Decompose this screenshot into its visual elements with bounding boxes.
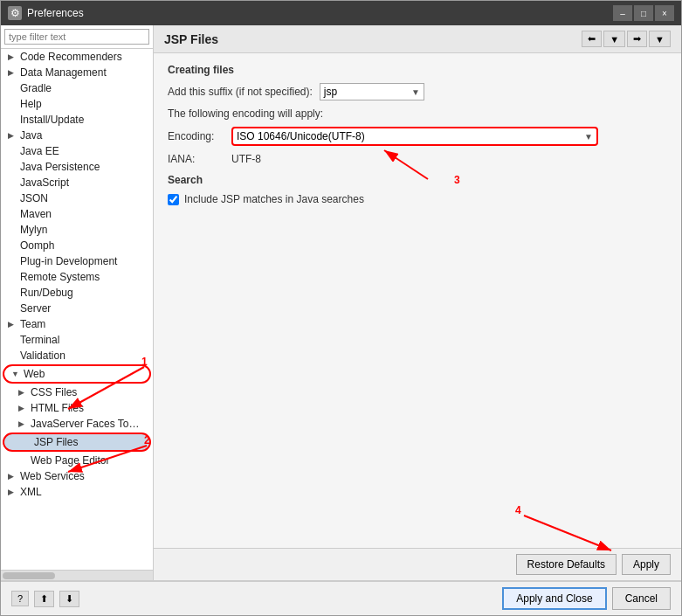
iana-label: IANA: — [168, 153, 224, 165]
sidebar-item-web-services[interactable]: ▶ Web Services — [1, 468, 153, 484]
sidebar-item-jsp-files[interactable]: ▶ JSP Files — [3, 433, 151, 452]
filter-box — [1, 25, 153, 49]
main-header: JSP Files ⬅ ▼ ➡ ▼ — [154, 25, 681, 53]
creating-files-section-title: Creating files — [168, 64, 667, 76]
sidebar-item-label: Java EE — [20, 145, 59, 157]
filter-input[interactable] — [4, 29, 149, 45]
sidebar-item-java-ee[interactable]: ▶ Java EE — [1, 143, 153, 159]
search-section-title: Search — [168, 174, 667, 186]
sidebar-item-help[interactable]: ▶ Help — [1, 96, 153, 112]
footer-left: ? ⬆ ⬇ — [11, 591, 79, 607]
encoding-value: ISO 10646/Unicode(UTF-8) — [237, 130, 365, 142]
sidebar-item-label: JavaScript — [20, 176, 69, 189]
dropdown-nav-button2[interactable]: ▼ — [649, 31, 671, 47]
sidebar-item-oomph[interactable]: ▶ Oomph — [1, 238, 153, 253]
sidebar-item-javascript[interactable]: ▶ JavaScript — [1, 175, 153, 190]
dropdown-arrow-icon: ▼ — [411, 87, 420, 97]
sidebar-item-install-update[interactable]: ▶ Install/Update — [1, 112, 153, 128]
export-button[interactable]: ⬆ — [34, 591, 54, 607]
nav-buttons: ⬅ ▼ ➡ ▼ — [582, 31, 671, 47]
apply-button[interactable]: Apply — [622, 554, 671, 575]
sidebar-item-label: Gradle — [20, 82, 52, 94]
expand-icon: ▶ — [8, 472, 17, 481]
footer: ? ⬆ ⬇ Apply and Close Cancel — [1, 580, 681, 615]
sidebar-item-label: Run/Debug — [20, 287, 73, 299]
import-button[interactable]: ⬇ — [59, 591, 79, 607]
expand-icon: ▶ — [8, 131, 17, 140]
sidebar-item-label: Plug-in Development — [20, 255, 117, 267]
sidebar-item-label: Oomph — [20, 239, 54, 252]
dropdown-arrow-icon: ▼ — [584, 132, 593, 142]
cancel-button[interactable]: Cancel — [612, 587, 671, 610]
back-button[interactable]: ⬅ — [582, 31, 602, 47]
sidebar-item-label: Remote Systems — [20, 271, 100, 283]
sidebar-item-gradle[interactable]: ▶ Gradle — [1, 80, 153, 96]
suffix-label: Add this suffix (if not specified): — [168, 86, 313, 98]
expand-icon: ▶ — [8, 52, 17, 61]
sidebar-item-label: Code Recommenders — [20, 51, 122, 63]
encoding-row: Encoding: ISO 10646/Unicode(UTF-8) ▼ — [168, 127, 667, 146]
apply-close-button[interactable]: Apply and Close — [502, 587, 606, 610]
sidebar-item-label: Web Page Editor — [31, 454, 110, 467]
sidebar-item-css-files[interactable]: ▶ CSS Files — [1, 384, 153, 400]
expand-icon: ▶ — [18, 388, 27, 397]
sidebar-item-maven[interactable]: ▶ Maven — [1, 206, 153, 222]
sidebar-item-code-recommenders[interactable]: ▶ Code Recommenders — [1, 49, 153, 65]
sidebar-item-run-debug[interactable]: ▶ Run/Debug — [1, 285, 153, 301]
sidebar-item-label: Mylyn — [20, 224, 47, 236]
scrollbar-thumb — [3, 572, 55, 579]
suffix-dropdown[interactable]: jsp ▼ — [320, 83, 424, 100]
search-checkbox-label: Include JSP matches in Java searches — [184, 193, 364, 205]
sidebar-item-label: Server — [20, 302, 51, 315]
encoding-section-label: The following encoding will apply: — [168, 107, 323, 120]
sidebar-item-terminal[interactable]: ▶ Terminal — [1, 332, 153, 348]
sidebar-item-plugin-development[interactable]: ▶ Plug-in Development — [1, 253, 153, 269]
sidebar-item-java[interactable]: ▶ Java — [1, 128, 153, 143]
expand-icon: ▶ — [18, 419, 27, 428]
dropdown-nav-button[interactable]: ▼ — [603, 31, 625, 47]
sidebar-item-java-persistence[interactable]: ▶ Java Persistence — [1, 159, 153, 175]
sidebar-item-mylyn[interactable]: ▶ Mylyn — [1, 222, 153, 238]
sidebar-item-team[interactable]: ▶ Team — [1, 316, 153, 332]
content-area: ▶ Code Recommenders ▶ Data Management ▶ … — [1, 25, 681, 580]
sidebar-item-server[interactable]: ▶ Server — [1, 301, 153, 316]
sidebar-item-label: Web Services — [20, 470, 85, 482]
sidebar-item-label: CSS Files — [31, 386, 77, 398]
sidebar-item-label: JSP Files — [34, 436, 78, 448]
sidebar-item-label: JavaServer Faces To… — [31, 418, 140, 430]
maximize-button[interactable]: □ — [634, 5, 653, 21]
sidebar-item-web[interactable]: ▼ Web — [3, 364, 151, 384]
search-checkbox-row: Include JSP matches in Java searches — [168, 193, 667, 205]
sidebar-item-label: XML — [20, 486, 42, 498]
jsp-search-checkbox[interactable] — [168, 194, 179, 205]
encoding-dropdown[interactable]: ISO 10646/Unicode(UTF-8) ▼ — [231, 127, 598, 146]
suffix-row: Add this suffix (if not specified): jsp … — [168, 83, 667, 100]
expand-icon: ▼ — [11, 370, 20, 378]
expand-icon: ▶ — [18, 404, 27, 412]
sidebar-item-javaserver-faces[interactable]: ▶ JavaServer Faces To… — [1, 416, 153, 432]
sidebar-item-web-page-editor[interactable]: ▶ Web Page Editor — [1, 453, 153, 468]
close-button[interactable]: × — [655, 5, 674, 21]
title-bar-buttons: – □ × — [613, 5, 674, 21]
expand-icon: ▶ — [8, 320, 17, 329]
iana-value: UTF-8 — [231, 153, 261, 165]
restore-defaults-button[interactable]: Restore Defaults — [516, 554, 617, 575]
sidebar-item-label: Data Management — [20, 66, 107, 79]
forward-button[interactable]: ➡ — [627, 31, 647, 47]
sidebar-item-label: Maven — [20, 208, 52, 220]
sidebar-item-validation[interactable]: ▶ Validation — [1, 348, 153, 363]
help-button[interactable]: ? — [11, 591, 29, 606]
sidebar-item-data-management[interactable]: ▶ Data Management — [1, 65, 153, 80]
sidebar-item-label: Web — [24, 368, 45, 380]
sidebar-item-json[interactable]: ▶ JSON — [1, 190, 153, 206]
sidebar-item-label: HTML Files — [31, 402, 84, 414]
sidebar-item-label: Java Persistence — [20, 161, 100, 173]
sidebar-scrollbar-h[interactable] — [1, 570, 153, 580]
sidebar-item-html-files[interactable]: ▶ HTML Files — [1, 400, 153, 416]
sidebar-item-remote-systems[interactable]: ▶ Remote Systems — [1, 269, 153, 285]
sidebar-item-label: Validation — [20, 350, 65, 362]
sidebar-item-xml[interactable]: ▶ XML — [1, 484, 153, 500]
sidebar: ▶ Code Recommenders ▶ Data Management ▶ … — [1, 25, 154, 580]
minimize-button[interactable]: – — [613, 5, 632, 21]
sidebar-item-label: Install/Update — [20, 114, 84, 126]
